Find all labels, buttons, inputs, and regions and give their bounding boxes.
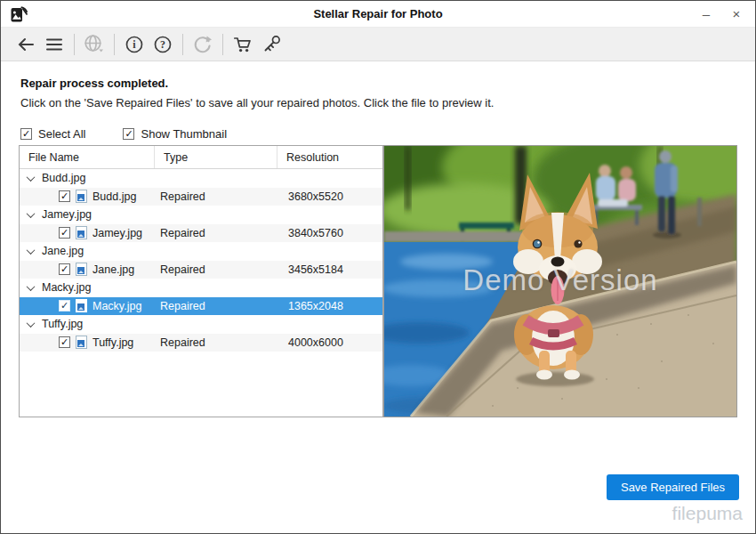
file-resolution: 3840x5760 (277, 227, 382, 239)
file-group-row[interactable]: Jane.jpg (20, 242, 382, 261)
filepuma-watermark: filepuma (672, 503, 743, 524)
list-controls: ✓ Select All ✓ Show Thumbnail (20, 127, 264, 141)
select-all-checkbox[interactable]: ✓ (20, 128, 32, 140)
chevron-down-icon[interactable] (27, 282, 36, 291)
app-window: Stellar Repair for Photo – × i (0, 0, 756, 534)
help-icon[interactable]: ? (150, 32, 175, 57)
file-group-row[interactable]: Tuffy.jpg (20, 315, 382, 334)
file-checkbox[interactable]: ✓ (59, 190, 70, 202)
svg-text:i: i (133, 38, 136, 51)
app-logo-icon (10, 4, 29, 24)
file-name: Budd.jpg (92, 190, 136, 203)
file-name: Macky.jpg (92, 300, 141, 312)
file-name-cell: ✓Tuffy.jpg (20, 336, 155, 349)
file-name: Jamey.jpg (92, 227, 142, 239)
activation-key-icon[interactable] (259, 32, 284, 57)
file-name-cell: ✓Jane.jpg (20, 263, 155, 276)
chevron-down-icon[interactable] (27, 319, 36, 328)
table-rows: Budd.jpg✓Budd.jpgRepaired3680x5520Jamey.… (20, 169, 382, 352)
image-file-icon (76, 226, 87, 239)
toolbar-separator (114, 34, 115, 55)
column-header-type[interactable]: Type (155, 146, 277, 168)
image-file-icon (76, 263, 87, 276)
title-bar: Stellar Repair for Photo – × (1, 1, 755, 28)
file-group-label: Budd.jpg (42, 172, 85, 184)
photo-preview-pane[interactable]: Demo Version (383, 145, 737, 417)
image-thumbnail-glyph (77, 340, 84, 347)
file-type: Repaired (155, 190, 277, 203)
file-resolution: 1365x2048 (277, 300, 382, 312)
chevron-down-icon[interactable] (27, 209, 36, 218)
refresh-icon[interactable] (190, 32, 215, 57)
file-resolution: 3456x5184 (277, 263, 382, 276)
file-row[interactable]: ✓Budd.jpgRepaired3680x5520 (20, 188, 382, 206)
menu-icon[interactable] (42, 32, 67, 57)
info-icon[interactable]: i (122, 32, 147, 57)
file-group-label: Macky.jpg (42, 281, 91, 294)
back-icon[interactable] (13, 32, 38, 57)
file-type: Repaired (155, 227, 277, 239)
show-thumbnail-checkbox[interactable]: ✓ (123, 128, 134, 140)
file-name-cell: ✓Budd.jpg (20, 190, 155, 203)
file-name-cell: ✓Macky.jpg (20, 299, 155, 312)
image-file-icon (76, 190, 87, 203)
image-thumbnail-glyph (77, 194, 84, 201)
image-file-icon (76, 299, 87, 312)
select-all-label: Select All (38, 127, 85, 141)
file-row[interactable]: ✓Tuffy.jpgRepaired4000x6000 (20, 334, 382, 352)
file-name: Tuffy.jpg (92, 336, 133, 349)
select-all-control[interactable]: ✓ Select All (20, 127, 85, 141)
image-thumbnail-glyph (77, 267, 84, 274)
toolbar-separator (222, 34, 223, 55)
file-group-label: Tuffy.jpg (42, 318, 83, 330)
file-group-label: Jane.jpg (42, 245, 84, 257)
corgi-photo-preview (384, 146, 736, 417)
file-type: Repaired (155, 300, 277, 312)
file-checkbox[interactable]: ✓ (59, 300, 70, 312)
file-name: Jane.jpg (92, 263, 134, 276)
file-type: Repaired (155, 336, 277, 349)
column-header-resolution[interactable]: Resolution (277, 146, 382, 168)
close-button[interactable]: × (721, 3, 752, 26)
save-repaired-files-button[interactable]: Save Repaired Files (607, 474, 739, 500)
file-group-row[interactable]: Jamey.jpg (20, 206, 382, 224)
svg-text:?: ? (160, 38, 165, 51)
status-subheading: Click on the 'Save Repaired Files' to sa… (20, 96, 494, 109)
toolbar: i ? (1, 28, 755, 61)
column-header-file-name[interactable]: File Name (20, 146, 155, 168)
toolbar-separator (182, 34, 183, 55)
file-checkbox[interactable]: ✓ (59, 336, 70, 348)
chevron-down-icon[interactable] (27, 246, 36, 255)
file-row[interactable]: ✓Jane.jpgRepaired3456x5184 (20, 261, 382, 279)
repaired-files-table: File Name Type Resolution Budd.jpg✓Budd.… (19, 145, 383, 417)
file-row[interactable]: ✓Macky.jpgRepaired1365x2048 (20, 297, 382, 316)
file-checkbox[interactable]: ✓ (59, 263, 70, 275)
image-thumbnail-glyph (77, 231, 84, 238)
file-resolution: 4000x6000 (277, 336, 382, 349)
file-group-row[interactable]: Budd.jpg (20, 169, 382, 188)
file-checkbox[interactable]: ✓ (59, 227, 70, 239)
minimize-button[interactable]: – (691, 3, 721, 26)
purchase-cart-icon[interactable] (230, 32, 255, 57)
file-group-row[interactable]: Macky.jpg (20, 279, 382, 297)
image-file-icon (76, 336, 87, 349)
status-heading: Repair process completed. (20, 77, 168, 90)
file-group-label: Jamey.jpg (42, 208, 92, 221)
file-row[interactable]: ✓Jamey.jpgRepaired3840x5760 (20, 224, 382, 243)
show-thumbnail-label: Show Thumbnail (141, 127, 227, 141)
image-thumbnail-glyph (77, 303, 84, 311)
show-thumbnail-control[interactable]: ✓ Show Thumbnail (123, 127, 227, 141)
table-header: File Name Type Resolution (20, 146, 382, 169)
file-name-cell: ✓Jamey.jpg (20, 226, 155, 239)
file-resolution: 3680x5520 (277, 190, 382, 203)
language-globe-icon[interactable] (82, 32, 107, 57)
chevron-down-icon[interactable] (27, 173, 36, 182)
toolbar-separator (74, 34, 75, 55)
window-title: Stellar Repair for Photo (1, 7, 755, 20)
file-type: Repaired (155, 263, 277, 276)
